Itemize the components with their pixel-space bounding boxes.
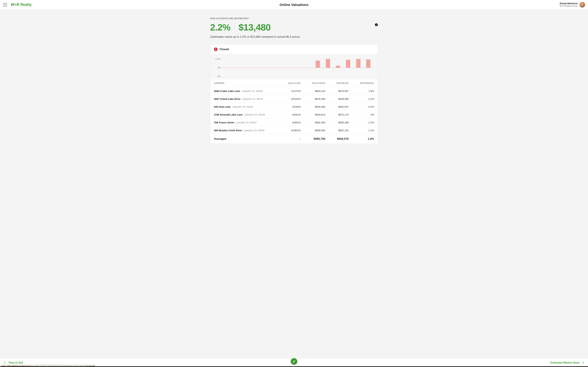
address-main: 2782 Emerald Lake Lane (214, 113, 242, 116)
address-main: 2846 Crater Lake Lane (214, 90, 240, 92)
user-group: W+R Realty Group (560, 5, 578, 7)
table-row[interactable]: 2837 Grand Lake Drive Lafayette CO, 8002… (210, 95, 378, 103)
table-header: ADDRESS (210, 79, 281, 87)
chart-bar (336, 66, 340, 68)
table-row[interactable]: 542 Hoyt Lane Lafayette CO, 800263/18/20… (210, 103, 378, 111)
table-header: SOLD PRICE (304, 79, 329, 87)
table-cell: $563,813 (304, 111, 329, 119)
table-cell: 11/27/19 (281, 87, 304, 95)
table-cell: $675,367 (329, 87, 352, 95)
table-cell: 1.8% (352, 87, 378, 95)
table-cell: $638,480 (329, 95, 352, 103)
table-cell: $552,957 (329, 103, 352, 111)
next-label: Estimated Market Value (550, 361, 580, 364)
table-header: ZESTIMATE (329, 79, 352, 87)
chart-bar (316, 61, 320, 68)
averages-cell: $606,576 (329, 134, 352, 144)
app-header: W+R Realty Online Valuations Emma McKenn… (0, 0, 588, 9)
table-row[interactable]: 2846 Crater Lake Lane Lafayette CO, 8002… (210, 87, 378, 95)
table-row[interactable]: 2782 Emerald Lake Lane Lafayette CO, 800… (210, 111, 378, 119)
menu-icon[interactable] (3, 3, 7, 6)
chart-bar (366, 59, 371, 68)
table-cell: 10/10/19 (281, 95, 304, 103)
chart-bar (356, 59, 360, 68)
table-cell: $595,289 (329, 119, 352, 126)
address-main: 768 Treece Street (214, 121, 234, 124)
address-sub: Lafayette CO, 80026 (241, 98, 263, 100)
table-cell: 10/30/19 (281, 126, 304, 134)
closed-card: 6 Closed +2.2%0%-0% ADDRESSSOLD DATESOLD… (210, 44, 378, 144)
brand-logo[interactable]: W+R Realty (11, 2, 32, 7)
user-menu[interactable]: Emma McKenna W+R Realty Group (560, 2, 585, 8)
variance-dollars: $13,480 (239, 22, 270, 33)
table-cell: 2.1% (352, 126, 378, 134)
bottom-black-bar (0, 366, 588, 367)
address-sub: Louisville CO, 80027 (235, 121, 257, 124)
listings-table: ADDRESSSOLD DATESOLD PRICEZESTIMATEDIFFE… (210, 79, 378, 143)
variance-percent: 2.2% (210, 22, 231, 33)
address-main: 2837 Grand Lake Drive (214, 98, 241, 100)
user-name: Emma McKenna (560, 2, 578, 5)
table-cell: $575,170 (329, 111, 352, 119)
table-cell: 9/30/19 (281, 119, 304, 126)
table-cell: 2.2% (352, 95, 378, 103)
address-sub: Lafayette CO, 80026 (243, 113, 265, 116)
table-cell: $590,000 (304, 126, 329, 134)
section-subhead: Zestimates varied up to 2.2% or $13,480 … (210, 35, 378, 39)
table-cell: 2% (352, 111, 378, 119)
table-cell: 3/18/20 (281, 103, 304, 111)
averages-cell: $595,756 (304, 134, 329, 144)
avatar[interactable] (579, 2, 585, 8)
table-header: SOLD DATE (281, 79, 304, 87)
address-sub: Lafayette CO, 80026 (243, 129, 264, 132)
chart-y-tick: +2.2% (215, 58, 221, 60)
prev-link[interactable]: Time to Sell (4, 361, 23, 364)
chevron-right-icon (582, 362, 584, 364)
averages-cell: - (281, 134, 304, 144)
address-main: 542 Hoyt Lane (214, 105, 231, 108)
table-cell: $663,225 (304, 87, 329, 95)
address-main: 480 Murphy Creek Drive (214, 129, 242, 132)
table-cell: $625,000 (304, 95, 329, 103)
section-eyebrow: HOW ACCURATE ARE ZESTIMATES? (210, 17, 378, 20)
address-sub: Lafayette CO, 80026 (241, 90, 262, 92)
table-cell: 9/26/19 (281, 111, 304, 119)
averages-row: Averages-$595,756$606,5761.8% (210, 134, 378, 144)
info-icon[interactable]: i (375, 23, 378, 26)
table-row[interactable]: 480 Murphy Creek Drive Lafayette CO, 800… (210, 126, 378, 134)
closed-count-badge: 6 (214, 48, 217, 51)
table-cell: $550,000 (304, 103, 329, 111)
table-cell: 2.2% (352, 119, 378, 126)
table-cell: $602,191 (329, 126, 352, 134)
chart-bar (346, 60, 350, 68)
table-header: DIFFERENCE (352, 79, 378, 87)
chart-bar (326, 59, 330, 68)
divider (234, 24, 235, 31)
averages-cell: 1.8% (352, 134, 378, 144)
next-link[interactable]: Estimated Market Value (550, 361, 584, 364)
prev-label: Time to Sell (8, 361, 23, 364)
table-cell: $582,500 (304, 119, 329, 126)
averages-label: Averages (210, 134, 281, 144)
variance-chart: +2.2%0%-0% (210, 54, 378, 79)
closed-title: Closed (219, 48, 229, 51)
address-sub: Lafayette CO, 80026 (231, 106, 253, 108)
table-row[interactable]: 768 Treece Street Louisville CO, 800279/… (210, 119, 378, 126)
pencil-icon (293, 360, 295, 363)
edit-fab[interactable] (291, 358, 297, 365)
table-cell: 0.5% (352, 103, 378, 111)
page-title: Online Valuations (280, 3, 308, 7)
chart-y-tick: -0% (215, 75, 221, 77)
chart-y-tick: 0% (215, 67, 221, 69)
chevron-left-icon (4, 362, 6, 364)
